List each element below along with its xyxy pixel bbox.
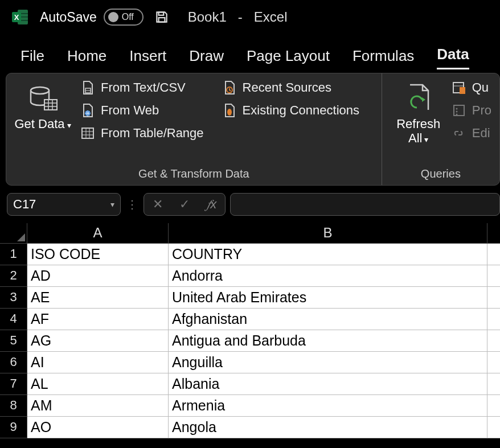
excel-app-icon: X	[11, 8, 30, 26]
ribbon-group-get-transform: Get Data▾ From Text/CSV From Web From Ta…	[6, 73, 382, 185]
spreadsheet-grid[interactable]: A B 1 ISO CODE COUNTRY 2 AD Andorra 3 AE…	[0, 223, 500, 438]
svg-rect-17	[82, 128, 93, 138]
accept-formula-button[interactable]: ✓	[179, 197, 190, 212]
tab-home[interactable]: Home	[67, 47, 106, 69]
svg-rect-7	[158, 18, 165, 22]
cell[interactable]: Andorra	[169, 265, 487, 287]
cell[interactable]: Antigua and Barbuda	[169, 330, 487, 352]
ribbon-group-queries: Refresh All▾ Qu Pro Edi Queries	[382, 73, 499, 185]
properties-button[interactable]: Pro	[452, 103, 491, 118]
tab-draw[interactable]: Draw	[189, 47, 224, 69]
formula-controls: ✕ ✓ 𝑓x	[144, 193, 226, 216]
autosave-state: Off	[122, 12, 134, 22]
row-header[interactable]: 3	[0, 287, 27, 309]
svg-rect-6	[158, 12, 163, 15]
from-web-button[interactable]: From Web	[80, 103, 204, 118]
cell[interactable]: AE	[27, 287, 169, 309]
cell[interactable]	[487, 395, 500, 417]
row-header[interactable]: 1	[0, 244, 27, 265]
cell[interactable]: Angola	[169, 417, 487, 438]
recent-sources-button[interactable]: Recent Sources	[222, 80, 359, 95]
svg-rect-9	[44, 100, 57, 110]
row-header[interactable]: 7	[0, 373, 27, 395]
from-text-csv-label: From Text/CSV	[101, 80, 186, 95]
svg-marker-24	[422, 97, 425, 102]
existing-connections-button[interactable]: Existing Connections	[222, 103, 359, 118]
from-table-range-button[interactable]: From Table/Range	[80, 126, 204, 141]
select-all-corner[interactable]	[0, 223, 27, 244]
row-header[interactable]: 2	[0, 265, 27, 287]
row-header[interactable]: 9	[0, 417, 27, 438]
get-data-button[interactable]: Get Data▾	[14, 78, 71, 166]
group-label-queries: Queries	[390, 166, 491, 183]
cell[interactable]	[487, 244, 500, 265]
recent-sources-label: Recent Sources	[243, 80, 332, 95]
tab-insert[interactable]: Insert	[129, 47, 166, 69]
cell[interactable]: AF	[27, 309, 169, 330]
cell[interactable]: AI	[27, 352, 169, 373]
col-header-c[interactable]	[487, 223, 500, 244]
titlebar: X AutoSave Off Book1 - Excel	[0, 0, 500, 34]
queries-connections-label: Qu	[472, 80, 489, 95]
cell[interactable]	[487, 265, 500, 287]
svg-rect-28	[454, 105, 464, 116]
col-header-a[interactable]: A	[27, 223, 169, 244]
row-header[interactable]: 4	[0, 309, 27, 330]
cell[interactable]: AG	[27, 330, 169, 352]
cancel-formula-button[interactable]: ✕	[153, 197, 163, 212]
autosave-toggle[interactable]: Off	[104, 9, 144, 26]
cell[interactable]	[487, 417, 500, 438]
cell[interactable]: AM	[27, 395, 169, 417]
cell[interactable]	[487, 352, 500, 373]
namebox-resize-icon[interactable]: ⋮	[125, 198, 139, 211]
svg-point-29	[456, 108, 457, 110]
title-sep: -	[238, 9, 243, 24]
edit-links-button[interactable]: Edi	[452, 126, 491, 141]
connections-file-icon	[222, 103, 237, 118]
cell[interactable]: COUNTRY	[169, 244, 487, 265]
tab-file[interactable]: File	[21, 47, 44, 69]
properties-icon	[452, 103, 466, 118]
cell[interactable]: United Arab Emirates	[169, 287, 487, 309]
formula-input[interactable]	[230, 193, 500, 216]
tab-data[interactable]: Data	[437, 46, 469, 69]
cell[interactable]	[487, 373, 500, 395]
cell[interactable]: Albania	[169, 373, 487, 395]
get-data-label: Get Data	[14, 117, 64, 131]
row-header[interactable]: 5	[0, 330, 27, 352]
save-button[interactable]	[154, 9, 170, 25]
svg-point-30	[456, 111, 457, 113]
row-header[interactable]: 8	[0, 395, 27, 417]
tab-page-layout[interactable]: Page Layout	[247, 47, 330, 69]
ribbon: Get Data▾ From Text/CSV From Web From Ta…	[6, 73, 500, 186]
database-icon	[27, 80, 58, 116]
col-header-b[interactable]: B	[169, 223, 487, 244]
cell[interactable]	[487, 287, 500, 309]
from-table-range-label: From Table/Range	[101, 126, 204, 141]
cell[interactable]	[487, 330, 500, 352]
cell[interactable]: Afghanistan	[169, 309, 487, 330]
insert-function-button[interactable]: 𝑓x	[207, 197, 216, 212]
cell[interactable]: Anguilla	[169, 352, 487, 373]
text-file-icon	[80, 80, 95, 95]
svg-rect-27	[460, 87, 465, 94]
refresh-all-label: Refresh All	[396, 117, 440, 145]
cell[interactable]: AD	[27, 265, 169, 287]
name-box[interactable]: C17 ▾	[7, 193, 121, 216]
queries-connections-button[interactable]: Qu	[452, 80, 491, 95]
edit-links-icon	[452, 126, 466, 141]
row-header[interactable]: 6	[0, 352, 27, 373]
formula-bar: C17 ▾ ⋮ ✕ ✓ 𝑓x	[7, 191, 500, 217]
app-name: Excel	[254, 9, 288, 24]
tab-formulas[interactable]: Formulas	[353, 47, 414, 69]
cell[interactable]: AL	[27, 373, 169, 395]
refresh-all-button[interactable]: Refresh All▾	[390, 78, 447, 166]
from-text-csv-button[interactable]: From Text/CSV	[80, 80, 204, 95]
svg-text:X: X	[14, 13, 19, 22]
cell[interactable]: Armenia	[169, 395, 487, 417]
edit-links-label: Edi	[472, 126, 490, 141]
cell[interactable]: ISO CODE	[27, 244, 169, 265]
refresh-icon	[404, 80, 433, 116]
cell[interactable]	[487, 309, 500, 330]
cell[interactable]: AO	[27, 417, 169, 438]
